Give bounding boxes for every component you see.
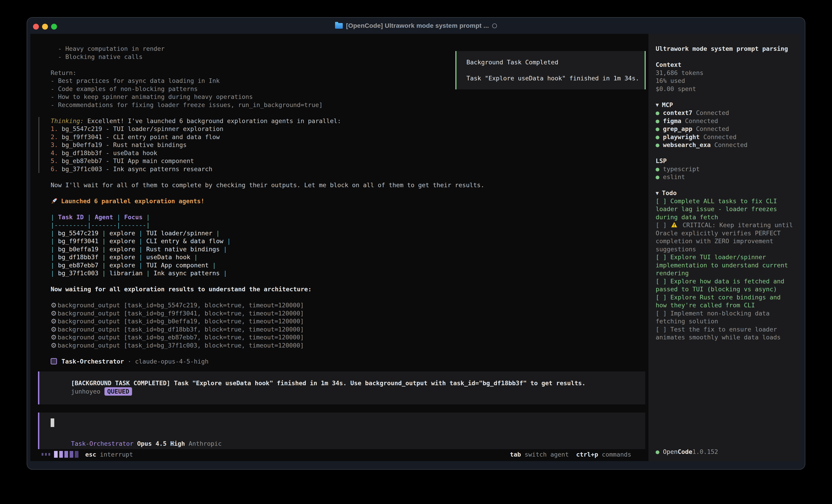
mcp-server-item: ●grep_app Connected xyxy=(656,125,795,133)
status-dot-icon: ● xyxy=(656,109,659,116)
agent-model: claude-opus-4-5-high xyxy=(135,358,208,365)
input-provider-name: Anthropic xyxy=(185,440,222,447)
context-spent: $0.00 spent xyxy=(656,85,696,92)
agent-badge-icon xyxy=(51,358,57,364)
wait-line: Now I'll wait for all of them to complet… xyxy=(51,181,484,189)
sidebar-title: Ultrawork mode system prompt parsing xyxy=(656,45,788,52)
todo-item: [ ] Test the fix to ensure loader animat… xyxy=(656,326,795,341)
mcp-heading: MCP xyxy=(662,102,673,108)
completed-user: junhoyeo xyxy=(71,388,100,395)
tool-call-line: ⚙background_output [task_id=bg_eb87ebb7,… xyxy=(30,333,648,341)
context-used: 16% used xyxy=(656,77,685,84)
tool-result-line: - How to keep spinner animating during h… xyxy=(30,93,648,101)
mcp-server-item: ●playwright Connected xyxy=(656,133,795,141)
thinking-agent-item: 4. bg_df18bb3f - useData hook xyxy=(51,149,648,157)
status-dot-icon: ● xyxy=(656,166,659,172)
app-version: 1.0.152 xyxy=(692,448,718,455)
mcp-server-item: ●websearch_exa Connected xyxy=(656,141,795,149)
mcp-server-item: ●context7 Connected xyxy=(656,109,795,117)
thinking-agent-list: 1. bg_5547c219 - TUI loader/spinner expl… xyxy=(51,125,648,173)
todo-list: [ ] Complete ALL tasks to fix CLI loader… xyxy=(656,197,795,341)
tab-key-hint: tab xyxy=(510,451,521,458)
thinking-agent-item: 1. bg_5547c219 - TUI loader/spinner expl… xyxy=(51,125,648,133)
tool-call-line: ⚙background_output [task_id=bg_df18bb3f,… xyxy=(30,326,648,334)
gear-icon: ⚙ xyxy=(51,317,57,325)
completed-text: [BACKGROUND TASK COMPLETED] Task "Explor… xyxy=(71,380,586,387)
input-agent-name[interactable]: Task-Orchestrator xyxy=(71,440,133,447)
table-header-row: | Task ID | Agent | Focus | xyxy=(30,213,648,221)
launch-line: Launched 6 parallel exploration agents! xyxy=(61,198,204,204)
warning-icon xyxy=(671,222,678,228)
esc-key-hint: esc xyxy=(85,451,96,458)
status-dot-icon: ● xyxy=(656,117,659,124)
status-dot-icon: ● xyxy=(656,125,659,132)
thinking-block: Thinking: Excellent! I've launched 6 bac… xyxy=(38,117,648,173)
session-sidebar: Ultrawork mode system prompt parsing Con… xyxy=(648,34,800,461)
agent-name: Task-Orchestrator xyxy=(61,358,124,365)
status-dot-icon: ● xyxy=(656,173,659,180)
lsp-server-item: ●typescript xyxy=(656,165,795,173)
app-window: [OpenCode] Ultrawork mode system prompt … xyxy=(27,17,805,470)
background-task-completed-message: [BACKGROUND TASK COMPLETED] Task "Explor… xyxy=(38,371,645,404)
todo-item: [ ] Explore TUI loader/spinner implement… xyxy=(656,253,795,277)
thinking-agent-item: 5. bg_eb87ebb7 - TUI App main component xyxy=(51,157,648,165)
esc-key-label: interrupt xyxy=(96,451,133,458)
todo-collapse-icon[interactable]: ▼ xyxy=(656,190,659,196)
tool-call-list: ⚙background_output [task_id=bg_5547c219,… xyxy=(30,301,648,349)
gear-icon: ⚙ xyxy=(51,301,57,309)
text-cursor xyxy=(51,418,54,427)
thinking-agent-item: 6. bg_37f1c003 - Ink async patterns rese… xyxy=(51,165,648,173)
todo-heading: Todo xyxy=(662,190,677,196)
mcp-server-item: ●figma Connected xyxy=(656,117,795,125)
context-tokens: 31,686 tokens xyxy=(656,69,703,76)
lsp-server-list: ●typescript●eslint xyxy=(656,165,795,181)
table-separator-row: |---------|-------|-------| xyxy=(30,221,648,229)
todo-item: [ ] Complete ALL tasks to fix CLI loader… xyxy=(656,197,795,221)
status-dot-icon: ● xyxy=(656,141,659,148)
brand-open: Open xyxy=(663,448,678,455)
titlebar: [OpenCode] Ultrawork mode system prompt … xyxy=(27,18,805,34)
table-row: | bg_eb87ebb7 | explore | TUI App compon… xyxy=(30,261,648,270)
background-task-toast: Background Task Completed Task "Explore … xyxy=(456,51,646,89)
table-row: | bg_df18bb3f | explore | useData hook | xyxy=(30,253,648,261)
online-status-icon: ● xyxy=(656,448,659,455)
agent-separator: · xyxy=(124,358,135,365)
bell-indicator-icon xyxy=(492,24,497,28)
table-row: | bg_5547c219 | explore | TUI loader/spi… xyxy=(30,229,648,237)
thinking-label: Thinking: xyxy=(51,117,84,124)
gear-icon: ⚙ xyxy=(51,333,57,341)
mcp-collapse-icon[interactable]: ▼ xyxy=(656,102,659,108)
ctrlp-key-label: commands xyxy=(598,451,631,458)
toast-body: Task "Explore useData hook" finished in … xyxy=(466,75,639,82)
status-dot-icon: ● xyxy=(656,134,659,140)
brand-code: Code xyxy=(678,448,692,455)
spinner-icon xyxy=(42,451,78,458)
lsp-heading: LSP xyxy=(656,158,667,164)
app-version-footer: ● OpenCode 1.0.152 xyxy=(656,448,718,455)
queued-badge: QUEUED xyxy=(104,387,132,396)
input-model-name[interactable]: Opus 4.5 High xyxy=(133,440,185,447)
context-heading: Context xyxy=(656,61,681,68)
ctrlp-key-hint: ctrl+p xyxy=(569,451,598,458)
tool-result-line: - Recommendations for fixing loader free… xyxy=(30,101,648,109)
agent-table: | Task ID | Agent | Focus ||---------|--… xyxy=(30,213,648,277)
thinking-agent-item: 2. bg_f9ff3041 - CLI entry point and dat… xyxy=(51,133,648,141)
tool-call-line: ⚙background_output [task_id=bg_f9ff3041,… xyxy=(30,309,648,317)
mcp-server-list: ●context7 Connected●figma Connected●grep… xyxy=(656,109,795,149)
table-row: | bg_b0effa19 | explore | Rust native bi… xyxy=(30,245,648,253)
tool-call-line: ⚙background_output [task_id=bg_b0effa19,… xyxy=(30,317,648,326)
tab-key-label: switch agent xyxy=(521,451,569,458)
chat-transcript-pane[interactable]: - Heavy computation in render - Blocking… xyxy=(30,34,648,461)
prompt-input[interactable]: Task-Orchestrator Opus 4.5 High Anthropi… xyxy=(38,413,645,449)
toast-title: Background Task Completed xyxy=(466,59,558,66)
todo-item: [ ] Explore Rust core bindings and how t… xyxy=(656,293,795,309)
waiting-line: Now waiting for all exploration results … xyxy=(51,286,312,292)
rocket-icon xyxy=(51,197,58,204)
window-title: [OpenCode] Ultrawork mode system prompt … xyxy=(346,22,489,29)
table-row: | bg_f9ff3041 | explore | CLI entry & da… xyxy=(30,237,648,245)
thinking-intro: Excellent! I've launched 6 background ex… xyxy=(84,117,341,124)
tool-call-line: ⚙background_output [task_id=bg_37f1c003,… xyxy=(30,341,648,349)
lsp-server-item: ●eslint xyxy=(656,173,795,181)
gear-icon: ⚙ xyxy=(51,341,57,349)
folder-icon xyxy=(335,23,343,29)
